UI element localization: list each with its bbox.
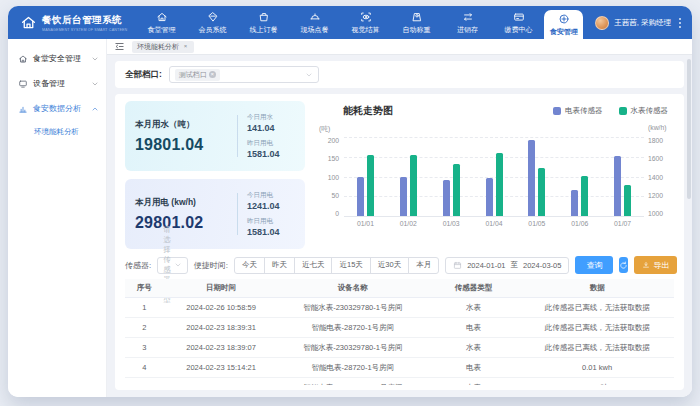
right-tick: 1000 <box>648 210 674 217</box>
table-cell: 2024-02-23 15:14:21 <box>163 358 278 378</box>
nav-label: 视觉结算 <box>352 25 380 35</box>
table-cell: 电表 <box>427 358 520 378</box>
table-header-row: 序号日期时间设备名称传感器类型数据 <box>125 279 674 298</box>
table-row[interactable]: 32024-02-23 18:39:07智能水表-230329780-1号房间水… <box>125 338 674 358</box>
bar-水表传感器[interactable] <box>624 185 631 216</box>
quick-time-button[interactable]: 近30天 <box>370 257 409 274</box>
quick-time-button[interactable]: 本月 <box>408 257 439 274</box>
bar-group <box>473 137 516 216</box>
date-range-picker[interactable]: 2024-01-01 至 2024-03-05 <box>445 257 569 274</box>
nav-item-auto-weigh[interactable]: 自动称重 <box>391 6 442 39</box>
table-cell: 智能水表-230329780-1号房间 <box>279 338 427 358</box>
food-safety-icon <box>558 13 570 25</box>
left-tick: 100 <box>317 174 339 181</box>
date-start: 2024-01-01 <box>467 261 505 270</box>
sidebar-subitem[interactable]: 环境能耗分析 <box>8 121 106 142</box>
nav-item-canteen[interactable]: 食堂管理 <box>136 6 187 39</box>
legend-item: 水表传感器 <box>619 106 669 116</box>
bar-电表传感器[interactable] <box>571 190 578 216</box>
more-menu-icon[interactable] <box>679 18 682 28</box>
table-cell: 5 <box>125 378 163 386</box>
table-cell: 智能电表-28720-1号房间 <box>279 358 427 378</box>
sensor-table-wrap: 序号日期时间设备名称传感器类型数据 12024-02-26 10:58:59智能… <box>125 279 674 385</box>
bar-电表传感器[interactable] <box>614 156 621 216</box>
quick-time-button[interactable]: 今天 <box>234 257 265 274</box>
nav-item-member[interactable]: 会员系统 <box>187 6 238 39</box>
quick-time-button[interactable]: 昨天 <box>264 257 295 274</box>
sidebar-item[interactable]: 食安数据分析 <box>8 96 106 121</box>
search-button[interactable]: 查询 <box>575 256 613 274</box>
bar-电表传感器[interactable] <box>443 180 450 216</box>
vision-checkout-icon <box>360 11 372 23</box>
nav-item-inventory[interactable]: 进销存 <box>442 6 493 39</box>
bar-group <box>558 137 601 216</box>
table-cell: 智能水表-230329780-1号房间 <box>279 298 427 318</box>
bar-水表传感器[interactable] <box>410 155 417 216</box>
electric-yesterday-label: 昨日用电 <box>247 217 295 226</box>
analysis-icon <box>18 104 28 114</box>
left-axis-unit: (吨) <box>317 124 344 137</box>
app-subtitle: MANAGEMENT SYSTEM OF SMART CANTEEN <box>42 27 127 32</box>
bar-电表传感器[interactable] <box>528 140 535 216</box>
table-cell: 167 吨 <box>520 378 674 386</box>
table-header-cell: 设备名称 <box>279 279 427 298</box>
nav-item-food-safety[interactable]: 食安管理 <box>544 10 583 39</box>
sidebar-item[interactable]: 食堂安全管理 <box>8 46 106 71</box>
quick-time-button[interactable]: 近七天 <box>294 257 333 274</box>
collapse-sidebar-icon[interactable] <box>114 41 125 52</box>
electric-today-label: 今日用电 <box>247 191 295 200</box>
bar-水表传感器[interactable] <box>496 153 503 216</box>
table-cell: 2024-02-26 10:58:59 <box>163 298 278 318</box>
x-tick-label: 01/05 <box>515 220 558 227</box>
refresh-button[interactable] <box>619 257 628 273</box>
stall-select[interactable]: 测试档口 × <box>169 66 319 83</box>
device-icon <box>18 79 28 89</box>
chevron-down-icon <box>174 261 182 269</box>
nav-item-onsite-order[interactable]: 现场点餐 <box>289 6 340 39</box>
stall-tag: 测试档口 × <box>175 69 220 81</box>
nav-item-online-order[interactable]: 线上订餐 <box>238 6 289 39</box>
home-safe-icon <box>18 54 28 64</box>
nav-item-payment[interactable]: 缴费中心 <box>493 6 544 39</box>
sensor-select[interactable]: 请选择传感器类型 <box>157 257 188 274</box>
bar-水表传感器[interactable] <box>367 155 374 216</box>
download-icon <box>642 261 650 269</box>
table-row[interactable]: 52024-02-23 15:13:25智能水表-230329780-1号房间水… <box>125 378 674 386</box>
table-row[interactable]: 42024-02-23 15:14:21智能电表-28720-1号房间电表0.0… <box>125 358 674 378</box>
logo-icon <box>20 14 37 31</box>
right-axis-unit: (kw/h) <box>648 124 674 137</box>
nav-item-vision-checkout[interactable]: 视觉结算 <box>340 6 391 39</box>
user-menu[interactable]: 王茜茜, 采购经理 <box>585 6 692 39</box>
sensor-table: 序号日期时间设备名称传感器类型数据 12024-02-26 10:58:59智能… <box>125 279 674 385</box>
bar-电表传感器[interactable] <box>400 177 407 217</box>
chevron-down-icon <box>91 55 99 63</box>
left-axis: (吨) 200150100500 <box>317 124 344 249</box>
scrollbar-thumb[interactable] <box>687 59 691 199</box>
calendar-icon <box>453 261 462 270</box>
stall-filter-card: 全部档口: 测试档口 × <box>115 61 684 88</box>
left-tick: 200 <box>317 137 339 144</box>
data-card: 本月用水（吨） 19801.04 今日用水 141.04 <box>115 94 684 390</box>
x-tick-label: 01/06 <box>558 220 601 227</box>
electric-value: 29801.02 <box>135 214 235 232</box>
sidebar-item[interactable]: 设备管理 <box>8 71 106 96</box>
bar-电表传感器[interactable] <box>357 177 364 217</box>
chevron-up-icon <box>91 105 99 113</box>
table-row[interactable]: 22024-02-23 18:39:31智能电表-28720-1号房间电表此传感… <box>125 318 674 338</box>
tag-close-icon[interactable]: × <box>209 71 216 78</box>
export-button[interactable]: 导出 <box>634 256 677 274</box>
nav-label: 食安管理 <box>550 27 578 37</box>
bar-水表传感器[interactable] <box>581 176 588 216</box>
logo: 餐饮后台管理系统 MANAGEMENT SYSTEM OF SMART CANT… <box>8 6 136 39</box>
quick-time-button[interactable]: 近15天 <box>331 257 370 274</box>
tab-chip[interactable]: 环境能耗分析 × <box>132 41 194 53</box>
bar-水表传感器[interactable] <box>453 164 460 216</box>
app-title: 餐饮后台管理系统 <box>42 14 137 27</box>
tab-close-icon[interactable]: × <box>182 43 189 50</box>
bar-groups <box>344 137 644 216</box>
bar-group <box>430 137 473 216</box>
table-row[interactable]: 12024-02-26 10:58:59智能水表-230329780-1号房间水… <box>125 298 674 318</box>
right-tick: 1200 <box>648 192 674 199</box>
bar-水表传感器[interactable] <box>538 168 545 216</box>
bar-电表传感器[interactable] <box>486 178 493 216</box>
